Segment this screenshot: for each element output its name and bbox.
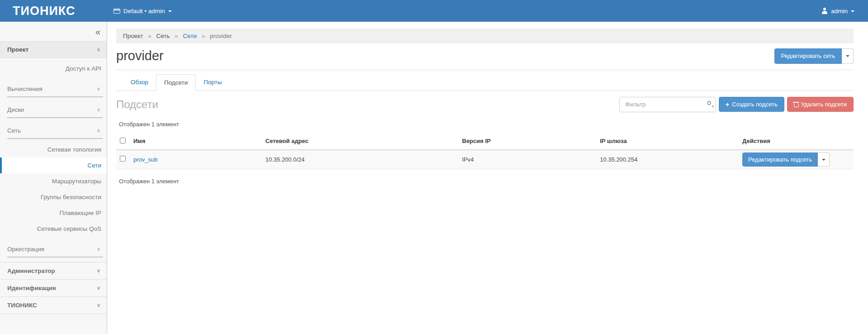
create-subnet-button[interactable]: + Создать подсеть	[719, 97, 784, 112]
delete-subnets-label: Удалить подсети	[801, 101, 847, 108]
chevron-down-icon: ∨	[97, 285, 100, 291]
user-icon	[821, 8, 828, 14]
top-navbar: ТИОНИКС Default • admin admin	[0, 0, 868, 22]
subnet-cidr-cell: 10.35.200.0/24	[262, 150, 458, 169]
sidebar-section-network[interactable]: Сеть ∧	[7, 124, 103, 139]
subnet-name-link[interactable]: prov_sub	[133, 156, 157, 163]
chevron-up-icon: ∧	[97, 47, 100, 52]
filter-input[interactable]	[619, 97, 716, 112]
tab-subnets[interactable]: Подсети	[156, 74, 196, 91]
chevron-down-icon: ∨	[97, 246, 100, 252]
breadcrumb-separator: »	[175, 33, 178, 39]
items-count-bottom: Отображен 1 элемент	[119, 178, 854, 185]
edit-network-dropdown-toggle[interactable]	[842, 48, 854, 64]
sidebar: « Проект ∧ Доступ к API Вычисления ∨ Дис…	[0, 22, 107, 334]
breadcrumb-item-project: Проект	[123, 33, 143, 39]
search-icon	[707, 101, 711, 105]
plus-icon: +	[726, 101, 729, 108]
chevron-down-icon: ∨	[97, 302, 100, 308]
delete-subnets-button[interactable]: Удалить подсети	[787, 97, 854, 112]
chevron-down-icon	[846, 55, 849, 57]
breadcrumb-item-current: provider	[210, 33, 232, 39]
sidebar-section-label: Диски	[7, 106, 24, 113]
sidebar-item-api-access[interactable]: Доступ к API	[0, 61, 107, 76]
sidebar-item-routers[interactable]: Маршрутизаторы	[0, 173, 107, 189]
sidebar-section-identity[interactable]: Идентификация ∨	[0, 279, 107, 296]
chevron-down-icon: ∨	[97, 86, 100, 92]
select-all-checkbox[interactable]	[120, 138, 126, 143]
sidebar-item-security-groups[interactable]: Группы безопасности	[0, 189, 107, 205]
domain-project-label: Default • admin	[123, 8, 165, 14]
sidebar-section-label: Проект	[7, 46, 28, 53]
column-header-actions: Действия	[739, 133, 854, 150]
chevron-down-icon: ∨	[97, 268, 100, 274]
sidebar-section-tionix[interactable]: ТИОНИКС ∨	[0, 296, 107, 314]
breadcrumb-link-networks[interactable]: Сети	[183, 33, 197, 39]
breadcrumb: Проект » Сеть » Сети » provider	[116, 29, 854, 43]
sidebar-section-label: Идентификация	[7, 285, 56, 291]
sidebar-section-label: Администратор	[7, 267, 55, 274]
chevron-down-icon	[822, 159, 826, 161]
domain-project-menu[interactable]: Default • admin	[113, 8, 172, 14]
chevron-down-icon	[168, 10, 172, 12]
chevron-down-icon: ∨	[97, 107, 100, 113]
table-row: prov_sub 10.35.200.0/24 IPv4 10.35.200.2…	[116, 150, 854, 169]
sidebar-section-orchestration[interactable]: Оркестрация ∨	[7, 242, 103, 258]
main-content: Проект » Сеть » Сети » provider provider…	[107, 22, 868, 334]
sidebar-collapse-row: «	[0, 22, 107, 42]
table-header-row: Имя Сетевой адрес Версия IP IP шлюза Дей…	[116, 133, 854, 150]
column-header-cidr: Сетевой адрес	[262, 133, 458, 150]
sidebar-bottom-group: Администратор ∨ Идентификация ∨ ТИОНИКС …	[0, 262, 107, 314]
sidebar-item-networks[interactable]: Сети	[0, 157, 107, 173]
user-menu-label: admin	[831, 8, 848, 14]
chevron-up-icon: ∧	[97, 128, 100, 134]
edit-network-button[interactable]: Редактировать сеть	[774, 48, 842, 64]
column-header-name: Имя	[130, 133, 262, 150]
edit-subnet-dropdown-toggle[interactable]	[818, 153, 830, 167]
subnet-gateway-cell: 10.35.200.254	[596, 150, 739, 169]
items-count-top: Отображен 1 элемент	[119, 121, 854, 128]
sidebar-collapse-button[interactable]: «	[95, 27, 100, 36]
tab-bar: Обзор Подсети Порты	[116, 74, 854, 91]
sidebar-item-floating-ips[interactable]: Плавающие IP	[0, 205, 107, 221]
tionix-logo: ТИОНИКС	[0, 4, 107, 18]
breadcrumb-item-network: Сеть	[156, 33, 170, 39]
sidebar-section-label: Сеть	[7, 127, 21, 134]
breadcrumb-separator: »	[202, 33, 205, 39]
domain-icon	[113, 9, 120, 14]
sidebar-section-compute[interactable]: Вычисления ∨	[7, 82, 103, 97]
sidebar-section-label: ТИОНИКС	[7, 302, 37, 309]
sidebar-section-project[interactable]: Проект ∧	[0, 42, 107, 58]
page-title: provider	[116, 48, 164, 63]
panel-title: Подсети	[116, 98, 158, 111]
tab-ports[interactable]: Порты	[196, 74, 229, 91]
sidebar-section-label: Вычисления	[7, 86, 42, 92]
create-subnet-label: Создать подсеть	[732, 101, 778, 108]
title-divider	[116, 70, 854, 70]
column-header-gateway: IP шлюза	[596, 133, 739, 150]
tab-overview[interactable]: Обзор	[123, 74, 156, 91]
edit-subnet-button[interactable]: Редактировать подсеть	[742, 153, 818, 167]
sidebar-item-qos[interactable]: Сетевые сервисы QoS	[0, 221, 107, 237]
sidebar-section-admin[interactable]: Администратор ∨	[0, 262, 107, 279]
subnets-table: Имя Сетевой адрес Версия IP IP шлюза Дей…	[116, 133, 854, 170]
sidebar-section-label: Оркестрация	[7, 246, 44, 253]
subnet-ip-version-cell: IPv4	[458, 150, 596, 169]
sidebar-section-volumes[interactable]: Диски ∨	[7, 103, 103, 118]
breadcrumb-separator: »	[148, 33, 151, 39]
chevron-down-icon	[851, 10, 854, 12]
sidebar-item-network-topology[interactable]: Сетевая топология	[0, 142, 107, 157]
row-checkbox[interactable]	[120, 156, 126, 162]
column-header-ip-version: Версия IP	[458, 133, 596, 150]
user-menu[interactable]: admin	[821, 8, 854, 14]
trash-icon	[794, 102, 798, 107]
